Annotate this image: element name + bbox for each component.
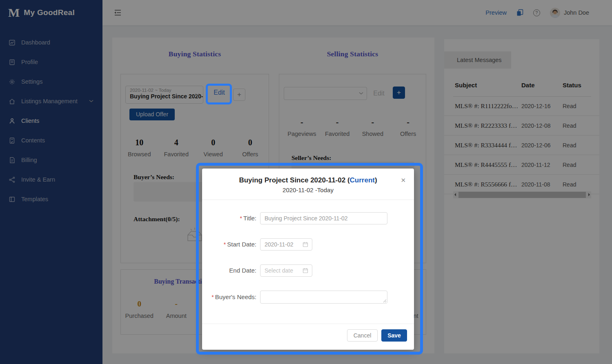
buyers-needs-textarea[interactable] — [260, 291, 387, 304]
edit-project-modal: Buying Project Since 2020-11-02 (Current… — [202, 169, 414, 350]
resize-grip-icon[interactable] — [383, 299, 387, 303]
modal-footer-divider — [202, 324, 414, 324]
title-field-label: *Title: — [205, 212, 256, 224]
modal-title-current: Current — [350, 176, 375, 184]
end-date-field-row: End Date: — [202, 264, 414, 277]
required-mark: * — [240, 215, 242, 222]
label-text: End Date: — [229, 267, 256, 274]
end-date-label: End Date: — [205, 264, 256, 277]
modal-subtitle: 2020-11-02 -Today — [202, 186, 414, 193]
modal-title-text: Buying Project Since 2020-11-02 ( — [239, 176, 349, 184]
start-date-field-row: *Start Date: — [202, 238, 414, 251]
modal-title: Buying Project Since 2020-11-02 (Current… — [202, 176, 414, 184]
calendar-icon — [303, 268, 308, 273]
cancel-button[interactable]: Cancel — [347, 329, 378, 342]
label-text: Title: — [243, 215, 256, 222]
modal-divider — [202, 200, 414, 200]
buyers-needs-field-label: *Buyer's Needs: — [205, 291, 256, 304]
app-screen: M My GoodReal Dashboard Profile Settings… — [0, 0, 612, 364]
modal-title-suffix: ) — [375, 176, 377, 184]
required-mark: * — [224, 241, 226, 248]
buyers-needs-textarea-wrap — [260, 291, 387, 304]
close-icon[interactable]: ✕ — [401, 177, 406, 184]
label-text: Start Date: — [227, 241, 256, 248]
buyers-needs-field-row: *Buyer's Needs: — [202, 291, 414, 304]
calendar-icon — [303, 242, 308, 247]
label-text: Buyer's Needs: — [215, 293, 256, 300]
required-mark: * — [211, 294, 214, 300]
modal-header: Buying Project Since 2020-11-02 (Current… — [202, 169, 414, 193]
title-field-row: *Title: — [202, 212, 414, 224]
title-input[interactable] — [260, 212, 387, 224]
save-button[interactable]: Save — [381, 329, 407, 342]
start-date-label: *Start Date: — [205, 238, 256, 251]
